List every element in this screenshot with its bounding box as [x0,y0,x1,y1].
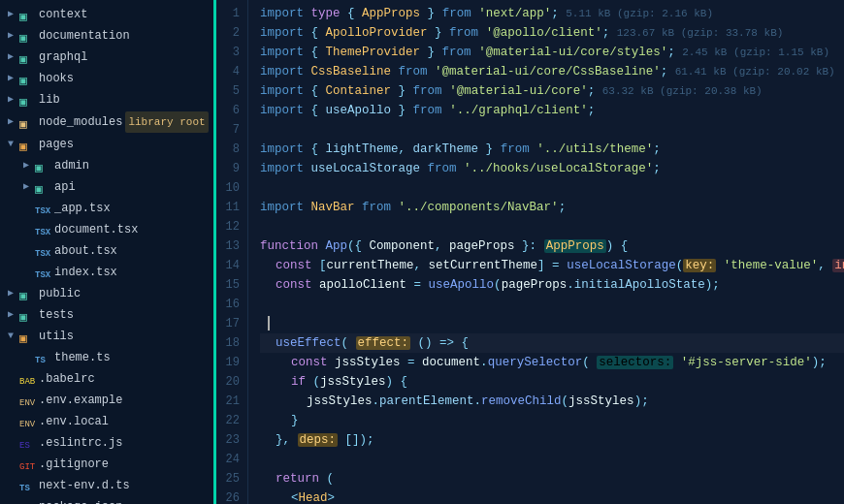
code-line: import useLocalStorage from '../hooks/us… [260,159,844,178]
tree-arrow: ▼ [8,135,19,154]
code-line: import { useApollo } from '../graphql/cl… [260,101,844,120]
tree-label: .gitignore [39,455,109,474]
tree-arrow: ▶ [8,90,19,110]
code-line: const apolloClient = useApollo(pageProps… [260,275,844,295]
code-line: import NavBar from '../components/NavBar… [260,198,844,217]
tree-item-graphql[interactable]: ▶▣ graphql [0,47,213,68]
code-line [260,450,844,469]
tree-item-api[interactable]: ▶▣ api [0,176,213,198]
file-icon: ▣ [19,115,35,129]
tree-label: _app.tsx [54,199,111,218]
tree-label: next-env.d.ts [39,476,130,495]
file-icon: ▣ [19,93,35,107]
tree-item-.env.example[interactable]: ENV.env.example [0,390,213,411]
line-numbers: 1234567891011121314151617181920212223242… [213,0,248,504]
file-icon: ▣ [19,29,35,43]
tree-label: theme.ts [54,348,111,367]
file-icon: TSX [35,202,50,215]
file-icon: GIT [19,457,35,471]
tree-item-index.tsx[interactable]: TSXindex.tsx [0,262,213,283]
tree-item-admin[interactable]: ▶▣ admin [0,155,213,176]
code-line: import type { AppProps } from 'next/app'… [260,4,844,23]
code-content: import type { AppProps } from 'next/app'… [248,0,844,504]
tree-label: package.json [39,497,122,504]
tree-label: graphql [39,47,87,67]
tree-item-theme.ts[interactable]: TStheme.ts [0,347,213,368]
library-badge: library root [125,111,208,133]
tree-label: node_modules [39,112,122,132]
file-icon: ▣ [19,308,35,322]
code-line: return ( [260,469,844,488]
code-line [260,295,844,314]
tree-item-.env.local[interactable]: ENV.env.local [0,411,213,432]
code-line: <Head> [260,488,844,504]
code-line [260,314,844,333]
tree-item-document.tsx[interactable]: TSXdocument.tsx [0,219,213,240]
code-line: if (jssStyles) { [260,372,844,392]
file-icon: ▣ [35,180,50,194]
tree-label: documentation [39,26,130,46]
tree-item-documentation[interactable]: ▶▣ documentation [0,25,213,47]
file-icon: ▣ [19,287,35,300]
file-tree-sidebar: ▶▣ context▶▣ documentation▶▣ graphql▶▣ h… [0,0,213,504]
code-line: import { Container } from '@material-ui/… [260,81,844,101]
code-line [260,178,844,198]
code-editor: 1234567891011121314151617181920212223242… [213,0,844,504]
tree-arrow: ▶ [8,305,19,325]
tree-label: public [39,284,81,303]
tree-label: admin [54,156,89,175]
tree-label: .babelrc [39,369,95,389]
tree-label: index.tsx [54,263,117,282]
code-line: const jssStyles = document.querySelector… [260,353,844,372]
code-line: const [currentTheme, setCurrentTheme] = … [260,256,844,275]
file-icon: ▣ [19,50,35,64]
tree-item-hooks[interactable]: ▶▣ hooks [0,68,213,89]
file-icon: ▣ [19,8,35,21]
code-line: import { lightTheme, darkTheme } from '.… [260,140,844,159]
tree-item-.eslintrc.js[interactable]: ES.eslintrc.js [0,432,213,454]
file-icon: ▣ [19,138,35,151]
file-icon: TSX [35,244,50,258]
file-icon: TSX [35,266,50,279]
file-icon: BAB [19,372,35,386]
code-line [260,217,844,236]
tree-label: context [39,5,87,24]
file-icon: ▣ [19,330,35,343]
tree-label: hooks [39,69,74,88]
tree-label: .env.example [39,391,122,410]
tree-arrow: ▶ [23,156,35,175]
active-file-accent [213,0,216,504]
tree-label: about.tsx [54,241,117,261]
tree-item-node_modules[interactable]: ▶▣ node_moduleslibrary root [0,110,213,134]
tree-item-next-env.d.ts[interactable]: TSnext-env.d.ts [0,475,213,496]
tree-arrow: ▶ [8,69,19,88]
tree-item-context[interactable]: ▶▣ context [0,4,213,25]
file-icon: ES [19,436,35,450]
file-icon: TS [19,479,35,492]
tree-label: tests [39,305,74,325]
code-line: jssStyles.parentElement.removeChild(jssS… [260,392,844,411]
tree-label: .env.local [39,412,109,431]
tree-item-.babelrc[interactable]: BAB.babelrc [0,368,213,390]
tree-item-_app.tsx[interactable]: TSX_app.tsx [0,198,213,219]
tree-item-utils[interactable]: ▼▣ utils [0,326,213,347]
tree-arrow: ▶ [8,112,19,132]
tree-item-package.json[interactable]: {}package.json [0,496,213,504]
file-icon: {} [19,500,35,504]
code-line [260,120,844,140]
tree-item-tests[interactable]: ▶▣ tests [0,304,213,326]
file-icon: TSX [35,223,50,236]
tree-item-about.tsx[interactable]: TSXabout.tsx [0,240,213,262]
tree-item-public[interactable]: ▶▣ public [0,283,213,304]
tree-arrow: ▶ [8,284,19,303]
tree-item-lib[interactable]: ▶▣ lib [0,89,213,110]
tree-arrow: ▶ [23,177,35,197]
file-icon: TS [35,351,50,364]
tree-label: document.tsx [54,220,138,239]
file-icon: ▣ [35,159,50,173]
code-line: }, deps: []); [260,430,844,450]
tree-item-pages[interactable]: ▼▣ pages [0,134,213,155]
code-line: import { ApolloProvider } from '@apollo/… [260,23,844,43]
tree-arrow: ▼ [8,327,19,346]
tree-item-.gitignore[interactable]: GIT.gitignore [0,454,213,475]
